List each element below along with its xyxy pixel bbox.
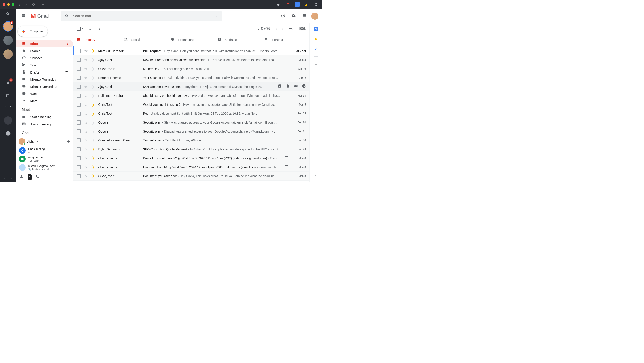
important-icon[interactable]: ❯: [91, 49, 95, 53]
row-checkbox[interactable]: [77, 67, 81, 71]
star-icon[interactable]: ☆: [84, 165, 88, 170]
search-input[interactable]: [73, 14, 210, 18]
row-checkbox[interactable]: [77, 94, 81, 98]
important-icon[interactable]: ❯: [91, 174, 95, 178]
star-icon[interactable]: ☆: [84, 147, 88, 152]
archive-icon[interactable]: [278, 84, 282, 89]
tab-updates[interactable]: Updates: [214, 34, 261, 46]
chat-contact[interactable]: mkfair05@gmail.com📎 Invitation sent: [16, 163, 73, 172]
search-options-icon[interactable]: [214, 14, 218, 18]
email-row[interactable]: ☆❯Mateusz DembekPDF request - Hey Aidan,…: [73, 46, 310, 55]
tab-promotions[interactable]: Promotions: [167, 34, 214, 46]
back-button[interactable]: ‹: [18, 2, 21, 7]
nav-mixmax-reminded[interactable]: Mixmax Reminded: [16, 76, 73, 83]
important-icon[interactable]: ❯: [91, 102, 95, 107]
row-checkbox[interactable]: [77, 111, 81, 116]
important-icon[interactable]: ❯: [91, 129, 95, 133]
chat-contact[interactable]: mmeghan fairYou: am*: [16, 155, 73, 163]
row-checkbox[interactable]: [77, 147, 81, 151]
gmail-logo[interactable]: M Gmail: [30, 12, 50, 20]
star-icon[interactable]: ☆: [84, 120, 88, 125]
prev-page-icon[interactable]: ‹: [276, 26, 277, 31]
hangouts-icon[interactable]: ❝: [28, 174, 32, 180]
email-row[interactable]: ☆❯Bernard ReevesYour CosmoLex Trial - Hi…: [73, 73, 310, 82]
important-icon[interactable]: ❯: [91, 93, 95, 98]
workspace-avatar-2[interactable]: [3, 35, 13, 45]
delete-icon[interactable]: [286, 84, 290, 89]
messenger-icon[interactable]: ⬤: [4, 129, 12, 137]
account-avatar[interactable]: [311, 12, 318, 20]
important-icon[interactable]: ❯: [91, 165, 95, 169]
email-row[interactable]: ☆❯Olivia, me2Mother Day - That sounds gr…: [73, 64, 310, 73]
meet-start-a-meeting[interactable]: Start a meeting: [16, 114, 73, 121]
main-menu-icon[interactable]: [20, 11, 28, 21]
chat-person-icon[interactable]: [20, 175, 24, 180]
collapse-panel-icon[interactable]: ›: [315, 172, 317, 181]
row-checkbox[interactable]: [77, 138, 81, 142]
calendar-app-tab[interactable]: 31: [295, 2, 300, 7]
new-tab-button[interactable]: ＋: [40, 2, 46, 7]
email-row[interactable]: ☆❯GoogleSecurity alert - Shift was grant…: [73, 118, 310, 127]
email-row[interactable]: ☆❯Ajay GoelNew feature: Send personalize…: [73, 55, 310, 64]
row-checkbox[interactable]: [77, 129, 81, 133]
row-checkbox[interactable]: [77, 103, 81, 107]
support-icon[interactable]: [279, 12, 287, 21]
important-icon[interactable]: ❯: [91, 120, 95, 124]
next-page-icon[interactable]: ›: [282, 26, 284, 31]
refresh-icon[interactable]: [88, 26, 92, 31]
facebook-icon[interactable]: f: [4, 116, 12, 124]
email-row[interactable]: ☆❯Dylan SchwartzSEO Consulting Quote Req…: [73, 145, 310, 154]
star-icon[interactable]: ☆: [84, 111, 88, 116]
nav-starred[interactable]: Starred: [16, 47, 73, 54]
tasks-addon-icon[interactable]: ✔: [314, 46, 318, 51]
mark-unread-icon[interactable]: [294, 84, 298, 89]
keep-addon-icon[interactable]: ●: [314, 37, 318, 41]
shift-search-icon[interactable]: [6, 12, 10, 17]
row-checkbox[interactable]: [77, 76, 81, 80]
google-apps-icon[interactable]: [300, 12, 308, 21]
asana-icon[interactable]: ⋮⋮: [4, 104, 12, 112]
calendar-addon-icon[interactable]: 31: [314, 27, 318, 31]
email-row[interactable]: ☆❯Chris TestWould you find this useful? …: [73, 100, 310, 109]
important-icon[interactable]: ❯: [91, 67, 95, 71]
star-icon[interactable]: ☆: [84, 93, 88, 98]
important-icon[interactable]: ❯: [91, 147, 95, 151]
chat-contact[interactable]: CChris Testinga: [16, 146, 73, 155]
forward-button[interactable]: ›: [24, 2, 28, 7]
star-icon[interactable]: ☆: [84, 129, 88, 134]
minimize-window-icon[interactable]: [7, 3, 10, 6]
search-bar[interactable]: [61, 11, 222, 21]
nav-snoozed[interactable]: Snoozed: [16, 54, 73, 62]
layers-icon[interactable]: ◆: [275, 1, 281, 7]
important-icon[interactable]: ❯: [91, 111, 95, 116]
star-icon[interactable]: ☆: [84, 75, 88, 80]
close-window-icon[interactable]: [3, 3, 5, 6]
important-icon[interactable]: ❯: [91, 75, 95, 80]
star-icon[interactable]: ☆: [84, 102, 88, 107]
row-checkbox[interactable]: [77, 49, 81, 53]
tab-primary[interactable]: Primary: [73, 34, 120, 46]
slack-icon[interactable]: #4: [4, 79, 12, 87]
apps-grid-icon[interactable]: ⠿: [313, 1, 319, 7]
important-icon[interactable]: ❯: [91, 84, 95, 89]
tab-forums[interactable]: Forums: [261, 34, 308, 46]
reload-button[interactable]: ⟳: [31, 2, 36, 7]
email-row[interactable]: ☆❯Giancarlo Klemm Cam.Test yet again - T…: [73, 136, 310, 145]
meet-join-a-meeting[interactable]: Join a meeting: [16, 121, 73, 128]
important-icon[interactable]: ❯: [91, 138, 95, 142]
star-icon[interactable]: ☆: [84, 48, 88, 53]
email-row[interactable]: ☆❯GoogleSecurity alert - Dialpad was gra…: [73, 127, 310, 136]
compose-button[interactable]: ＋ Compose: [18, 26, 48, 37]
maximize-window-icon[interactable]: [12, 3, 14, 6]
important-icon[interactable]: ❯: [91, 58, 95, 62]
settings-icon[interactable]: [290, 12, 298, 21]
shift-add-workspace[interactable]: ＋: [4, 171, 12, 179]
row-checkbox[interactable]: [77, 165, 81, 169]
star-icon[interactable]: ☆: [84, 84, 88, 89]
row-checkbox[interactable]: [77, 174, 81, 178]
star-icon[interactable]: ☆: [84, 174, 88, 179]
instagram-icon[interactable]: ◻: [4, 91, 12, 99]
email-row[interactable]: ☆❯Rajkumar DurairajShould I stay or shou…: [73, 91, 310, 100]
star-icon[interactable]: ☆: [84, 156, 88, 161]
email-row[interactable]: ☆❯Olivia, me2Document you asked for - He…: [73, 172, 310, 181]
